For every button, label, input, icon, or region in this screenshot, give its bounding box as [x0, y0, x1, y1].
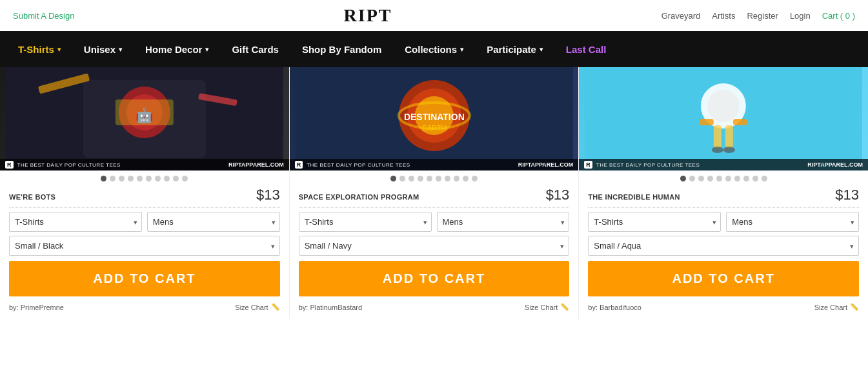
dot-1-3[interactable]	[128, 176, 134, 181]
nav-label-unisex: Unisex	[84, 44, 116, 55]
type-select-2[interactable]: T-Shirts Tanks Hoodies	[299, 212, 432, 232]
dot-3-4[interactable]	[716, 176, 722, 181]
dot-3-0[interactable]	[680, 176, 686, 181]
dot-3-9[interactable]	[762, 176, 767, 181]
size-chart-label-2: Size Chart	[525, 304, 558, 311]
dot-1-2[interactable]	[119, 176, 125, 181]
dot-2-1[interactable]	[399, 176, 405, 181]
product-info-1: WE'RE BOTS $13	[0, 184, 289, 203]
dot-1-8[interactable]	[173, 176, 179, 181]
product-price-3: $13	[835, 187, 859, 203]
dot-2-7[interactable]	[454, 176, 459, 181]
size-chart-icon-2: 📏	[560, 303, 569, 311]
nav-item-shopbyfandom[interactable]: Shop By Fandom	[290, 31, 393, 67]
site-3: RIPTAPPAREL.COM	[807, 161, 863, 168]
dot-1-7[interactable]	[164, 176, 170, 181]
size-chart-icon-1: 📏	[271, 303, 280, 311]
gender-select-1[interactable]: Mens Womens Youth	[147, 212, 280, 232]
gender-select-wrap-1: Mens Womens Youth	[147, 212, 280, 232]
product-info-2: SPACE EXPLORATION PROGRAM $13	[290, 184, 579, 203]
nav-label-shopbyfandom: Shop By Fandom	[302, 44, 381, 55]
size-chart-label-3: Size Chart	[814, 304, 847, 311]
nav-item-tshirts[interactable]: T-Shirts ▾	[6, 31, 72, 67]
svg-point-22	[712, 147, 723, 153]
dot-2-9[interactable]	[472, 176, 478, 181]
dot-3-5[interactable]	[725, 176, 731, 181]
dot-1-1[interactable]	[110, 176, 116, 181]
graveyard-link[interactable]: Graveyard	[661, 11, 701, 21]
register-link[interactable]: Register	[747, 11, 778, 21]
product-price-1: $13	[256, 187, 280, 203]
type-select-3[interactable]: T-Shirts Tanks Hoodies	[588, 212, 721, 232]
type-select-1[interactable]: T-Shirts Tanks Hoodies	[9, 212, 142, 232]
size-chart-icon-3: 📏	[850, 303, 859, 311]
watermark-bar-3: R THE BEST DAILY POP CULTURE TEES RIPTAP…	[579, 159, 868, 170]
svg-rect-19	[725, 125, 733, 148]
cart-link[interactable]: Cart ( 0 )	[822, 11, 855, 21]
nav-item-lastcall[interactable]: Last Call	[554, 31, 618, 67]
dot-2-2[interactable]	[409, 176, 414, 181]
dot-2-4[interactable]	[427, 176, 432, 181]
login-link[interactable]: Login	[790, 11, 811, 21]
dot-1-5[interactable]	[146, 176, 152, 181]
svg-rect-21	[733, 119, 747, 125]
product-footer-3: by: Barbadifuoco Size Chart 📏	[579, 302, 868, 313]
product-title-2: SPACE EXPLORATION PROGRAM	[299, 193, 419, 201]
add-to-cart-button-1[interactable]: ADD TO CART	[9, 261, 280, 296]
dot-2-5[interactable]	[436, 176, 441, 181]
product-card-3: R THE BEST DAILY POP CULTURE TEES RIPTAP…	[579, 67, 868, 319]
divider-3	[588, 207, 859, 208]
divider-2	[299, 207, 570, 208]
dot-2-3[interactable]	[418, 176, 423, 181]
nav-item-unisex[interactable]: Unisex ▾	[72, 31, 134, 67]
type-select-wrap-1: T-Shirts Tanks Hoodies	[9, 212, 142, 232]
divider-1	[9, 207, 280, 208]
product-title-3: THE INCREDIBLE HUMAN	[588, 193, 680, 201]
type-select-wrap-2: T-Shirts Tanks Hoodies	[299, 212, 432, 232]
dot-2-8[interactable]	[463, 176, 469, 181]
nav-label-participate: Participate	[487, 44, 536, 55]
nav-label-collections: Collections	[405, 44, 457, 55]
size-select-1[interactable]: Small / Black Medium / Black Large / Bla…	[9, 236, 280, 256]
dot-3-8[interactable]	[752, 176, 758, 181]
nav-label-homedecor: Home Decor	[145, 44, 202, 55]
svg-point-17	[707, 90, 740, 122]
size-chart-link-2[interactable]: Size Chart 📏	[525, 303, 569, 311]
dot-3-6[interactable]	[734, 176, 740, 181]
site-2: RIPTAPPAREL.COM	[518, 161, 574, 168]
tagline-1: THE BEST DAILY POP CULTURE TEES	[17, 162, 225, 168]
site-1: RIPTAPPAREL.COM	[228, 161, 284, 168]
add-to-cart-button-3[interactable]: ADD TO CART	[588, 261, 859, 296]
nav-item-giftcards[interactable]: Gift Cards	[220, 31, 290, 67]
dot-3-2[interactable]	[698, 176, 704, 181]
product-title-1: WE'RE BOTS	[9, 193, 56, 201]
dot-1-0[interactable]	[101, 176, 106, 181]
dot-2-0[interactable]	[390, 176, 396, 181]
dot-1-4[interactable]	[137, 176, 143, 181]
dot-2-6[interactable]	[445, 176, 450, 181]
nav-item-homedecor[interactable]: Home Decor ▾	[134, 31, 220, 67]
add-to-cart-button-2[interactable]: ADD TO CART	[299, 261, 570, 296]
dot-3-7[interactable]	[743, 176, 749, 181]
size-chart-link-3[interactable]: Size Chart 📏	[814, 303, 859, 311]
selects-row-2: T-Shirts Tanks Hoodies Mens Womens Youth	[290, 212, 579, 232]
artists-link[interactable]: Artists	[712, 11, 735, 21]
product-author-1: by: PrimePremne	[9, 304, 64, 311]
size-chart-link-1[interactable]: Size Chart 📏	[235, 303, 279, 311]
gender-select-2[interactable]: Mens Womens Youth	[437, 212, 570, 232]
nav-bar: T-Shirts ▾ Unisex ▾ Home Decor ▾ Gift Ca…	[0, 31, 868, 67]
nav-caret-homedecor: ▾	[205, 46, 208, 53]
size-chart-label-1: Size Chart	[235, 304, 268, 311]
svg-text:EARTH: EARTH	[422, 124, 446, 132]
gender-select-3[interactable]: Mens Womens Youth	[726, 212, 859, 232]
nav-item-participate[interactable]: Participate ▾	[475, 31, 554, 67]
dot-3-3[interactable]	[707, 176, 713, 181]
size-select-3[interactable]: Small / Aqua Medium / Aqua Large / Aqua …	[588, 236, 859, 256]
nav-caret-collections: ▾	[460, 46, 463, 53]
size-select-2[interactable]: Small / Navy Medium / Navy Large / Navy …	[299, 236, 570, 256]
nav-item-collections[interactable]: Collections ▾	[393, 31, 475, 67]
dot-3-1[interactable]	[689, 176, 695, 181]
dot-1-6[interactable]	[155, 176, 161, 181]
submit-design-link[interactable]: Submit A Design	[13, 11, 74, 21]
dot-1-9[interactable]	[182, 176, 188, 181]
